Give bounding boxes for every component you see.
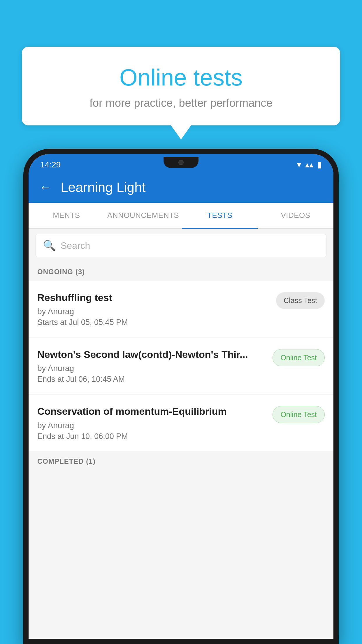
- ongoing-section-header: ONGOING (3): [29, 262, 333, 281]
- bubble-title: Online tests: [36, 64, 326, 91]
- back-button[interactable]: ←: [39, 180, 52, 195]
- test-author: by Anurag: [37, 307, 270, 316]
- speech-bubble: Online tests for more practice, better p…: [22, 47, 340, 125]
- tab-announcements[interactable]: ANNOUNCEMENTS: [104, 203, 182, 228]
- battery-icon: ▮: [317, 160, 322, 169]
- test-date: Starts at Jul 05, 05:45 PM: [37, 318, 270, 327]
- test-badge-class: Class Test: [276, 292, 325, 309]
- test-item[interactable]: Reshuffling test by Anurag Starts at Jul…: [29, 281, 333, 337]
- speech-bubble-container: Online tests for more practice, better p…: [22, 47, 340, 125]
- test-badge-online-2: Online Test: [273, 406, 325, 423]
- status-time: 14:29: [40, 160, 61, 169]
- tabs-container: MENTS ANNOUNCEMENTS TESTS VIDEOS: [29, 203, 333, 229]
- test-date: Ends at Jun 10, 06:00 PM: [37, 432, 267, 441]
- test-title: Conservation of momentum-Equilibrium: [37, 405, 267, 418]
- completed-section-header: COMPLETED (1): [29, 452, 333, 471]
- test-item[interactable]: Newton's Second law(contd)-Newton's Thir…: [29, 338, 333, 394]
- test-item[interactable]: Conservation of momentum-Equilibrium by …: [29, 395, 333, 451]
- test-info: Conservation of momentum-Equilibrium by …: [37, 405, 267, 441]
- signal-icon: ▴▴: [305, 160, 313, 169]
- search-placeholder: Search: [61, 240, 90, 251]
- test-author: by Anurag: [37, 421, 267, 430]
- content-list: ONGOING (3) Reshuffling test by Anurag S…: [29, 262, 333, 639]
- test-author: by Anurag: [37, 364, 267, 373]
- camera-notch: [178, 160, 184, 165]
- test-badge-online: Online Test: [273, 349, 325, 366]
- tab-videos[interactable]: VIDEOS: [258, 203, 333, 228]
- phone-frame: 14:29 ▾ ▴▴ ▮ ← Learning Light MENTS: [23, 149, 339, 644]
- test-title: Reshuffling test: [37, 291, 270, 304]
- tab-tests[interactable]: TESTS: [182, 203, 258, 228]
- tab-ments[interactable]: MENTS: [29, 203, 104, 228]
- search-container: 🔍 Search: [29, 229, 333, 262]
- app-bar: ← Learning Light: [29, 172, 333, 203]
- status-icons: ▾ ▴▴ ▮: [297, 160, 322, 169]
- search-icon: 🔍: [43, 239, 56, 252]
- phone-inner: 14:29 ▾ ▴▴ ▮ ← Learning Light MENTS: [29, 154, 333, 639]
- test-info: Reshuffling test by Anurag Starts at Jul…: [37, 291, 270, 327]
- wifi-icon: ▾: [297, 160, 301, 169]
- test-date: Ends at Jul 06, 10:45 AM: [37, 375, 267, 384]
- bubble-subtitle: for more practice, better performance: [36, 97, 326, 109]
- app-title: Learning Light: [61, 179, 146, 195]
- test-info: Newton's Second law(contd)-Newton's Thir…: [37, 348, 267, 384]
- test-title: Newton's Second law(contd)-Newton's Thir…: [37, 348, 267, 361]
- search-bar[interactable]: 🔍 Search: [36, 234, 326, 257]
